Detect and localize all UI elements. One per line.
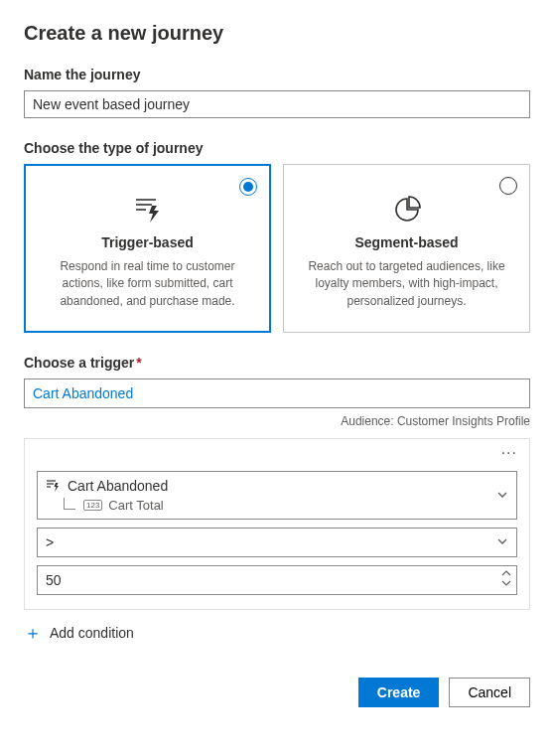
audience-text: Audience: Customer Insights Profile	[24, 414, 530, 428]
number-badge-icon: 123	[83, 500, 102, 512]
create-button[interactable]: Create	[358, 678, 440, 707]
spinner-up-icon[interactable]	[500, 568, 512, 578]
attribute-name: Cart Total	[108, 498, 163, 513]
type-card-segment[interactable]: Segment-based Reach out to targeted audi…	[283, 164, 530, 333]
tree-branch-icon	[64, 498, 75, 510]
name-label: Name the journey	[24, 67, 530, 82]
value-input[interactable]: 50	[37, 565, 517, 595]
trigger-label: Choose a trigger*	[24, 355, 530, 371]
type-label: Choose the type of journey	[24, 140, 530, 156]
type-title-trigger: Trigger-based	[43, 234, 252, 250]
trigger-small-icon	[46, 479, 62, 493]
name-section: Name the journey	[24, 67, 530, 118]
page-title: Create a new journey	[24, 22, 530, 45]
trigger-icon	[131, 195, 165, 225]
radio-trigger[interactable]	[239, 178, 257, 196]
cancel-button[interactable]: Cancel	[449, 678, 530, 707]
footer: Create Cancel	[24, 678, 530, 707]
trigger-section: Choose a trigger* Audience: Customer Ins…	[24, 355, 530, 428]
plus-icon: ＋	[24, 624, 42, 642]
journey-name-input[interactable]	[24, 90, 530, 118]
operator-value: >	[46, 534, 54, 550]
spinner-down-icon[interactable]	[500, 578, 512, 588]
required-mark: *	[136, 355, 141, 371]
attribute-event: Cart Abandoned	[68, 478, 168, 494]
type-desc-segment: Reach out to targeted audiences, like lo…	[302, 258, 511, 310]
segment-icon	[390, 195, 424, 225]
condition-panel: ··· Cart Abandoned 123 Cart Total > 50	[24, 438, 530, 610]
journey-type-section: Choose the type of journey Trigger-based…	[24, 140, 530, 333]
trigger-input[interactable]	[24, 378, 530, 408]
condition-menu-icon[interactable]: ···	[37, 449, 517, 463]
chevron-down-icon	[496, 534, 508, 550]
type-desc-trigger: Respond in real time to customer actions…	[43, 258, 252, 310]
operator-select[interactable]: >	[37, 528, 517, 557]
radio-segment[interactable]	[499, 177, 517, 195]
value-text: 50	[46, 572, 62, 588]
add-condition-label: Add condition	[50, 625, 134, 641]
attribute-select[interactable]: Cart Abandoned 123 Cart Total	[37, 471, 517, 520]
type-title-segment: Segment-based	[302, 234, 511, 250]
chevron-down-icon	[496, 488, 508, 504]
add-condition-button[interactable]: ＋ Add condition	[24, 624, 530, 642]
type-card-trigger[interactable]: Trigger-based Respond in real time to cu…	[24, 164, 271, 333]
